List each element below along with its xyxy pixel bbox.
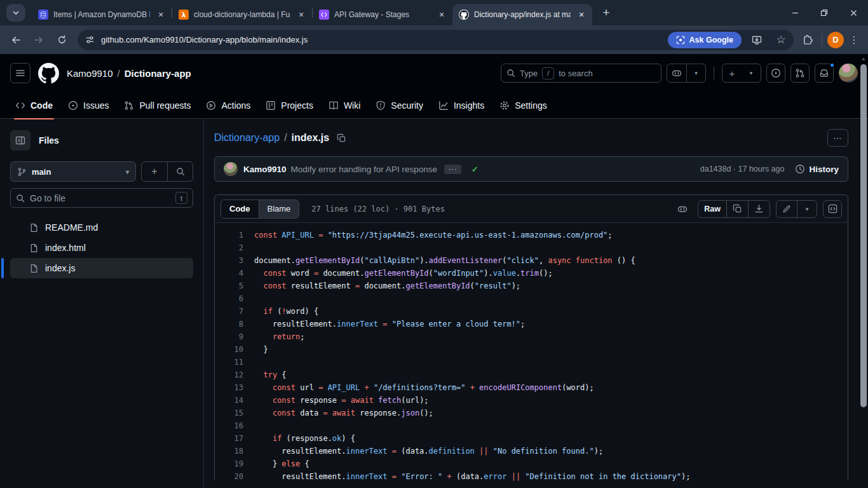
repo-tab-security[interactable]: Security	[368, 92, 431, 119]
line-number[interactable]: 6	[215, 292, 254, 305]
breadcrumb-user[interactable]: Kamo9910	[67, 68, 113, 79]
new-tab-button[interactable]: +	[597, 4, 615, 22]
symbols-panel-button[interactable]	[823, 200, 842, 218]
repo-tab-code[interactable]: Code	[8, 92, 60, 119]
breadcrumb-repo-link[interactable]: Dictionary-app	[214, 132, 280, 144]
line-number[interactable]: 11	[215, 356, 254, 369]
tab-close-button[interactable]: ✕	[155, 9, 166, 20]
ask-google-button[interactable]: Ask Google	[668, 32, 742, 48]
back-button[interactable]	[5, 29, 27, 51]
code-tab[interactable]: Code	[221, 200, 259, 218]
page-scrollbar[interactable]: ▲	[859, 54, 868, 488]
file-name: index.js	[45, 263, 75, 273]
browser-tab[interactable]: Items | Amazon DynamoDB Man✕	[32, 4, 172, 25]
repo-tab-projects[interactable]: Projects	[258, 92, 321, 119]
search-files-button[interactable]	[167, 162, 193, 181]
hamburger-menu-button[interactable]	[10, 63, 31, 83]
copy-path-icon[interactable]	[337, 133, 346, 143]
line-number[interactable]: 16	[215, 419, 254, 432]
commit-author[interactable]: Kamo9910	[243, 165, 287, 174]
commit-description-toggle[interactable]: ···	[444, 165, 461, 174]
line-number[interactable]: 14	[215, 394, 254, 407]
browser-profile-avatar[interactable]: D	[827, 32, 844, 48]
tab-close-button[interactable]: ✕	[295, 9, 307, 20]
repo-tab-issues[interactable]: Issues	[60, 92, 116, 119]
browser-tab[interactable]: λcloud-dictionary-lambda | Functi✕	[172, 4, 312, 25]
line-number[interactable]: 3	[215, 254, 254, 267]
install-icon[interactable]	[748, 31, 766, 49]
checks-status-icon[interactable]: ✓	[471, 165, 478, 174]
global-search-input[interactable]: Type / to search	[501, 64, 661, 83]
file-tree-item[interactable]: README.md	[10, 217, 193, 238]
file-more-options-button[interactable]: ⋯	[827, 129, 848, 147]
download-button[interactable]	[748, 201, 770, 217]
extensions-icon[interactable]	[799, 31, 817, 49]
line-number[interactable]: 1	[215, 229, 254, 241]
create-new-dropdown-button[interactable]: ▾	[742, 64, 761, 82]
line-number[interactable]: 18	[215, 445, 254, 458]
github-logo[interactable]	[38, 63, 59, 84]
repo-tab-actions[interactable]: Actions	[198, 92, 258, 119]
file-tree-item[interactable]: index.js	[10, 258, 193, 278]
file-tree-item[interactable]: index.html	[10, 238, 193, 258]
commit-author-avatar[interactable]	[224, 162, 238, 176]
restore-button[interactable]	[810, 0, 839, 25]
new-file-button[interactable]: +	[142, 162, 167, 181]
scrollbar-up-arrow[interactable]: ▲	[859, 54, 868, 63]
chrome-menu-icon[interactable]: ⋮	[845, 31, 863, 49]
line-number[interactable]: 17	[215, 432, 254, 445]
blame-tab[interactable]: Blame	[259, 200, 299, 218]
tab-search-button[interactable]	[6, 4, 25, 22]
line-number[interactable]: 2	[215, 241, 254, 254]
copilot-button[interactable]	[673, 200, 692, 218]
browser-tab[interactable]: Dictionary-app/index.js at main✕	[452, 4, 592, 25]
branch-selector[interactable]: main ▾	[10, 161, 136, 182]
notifications-inbox-button[interactable]	[815, 64, 834, 83]
line-number[interactable]: 10	[215, 343, 254, 356]
copilot-dropdown-button[interactable]: ▾	[686, 64, 705, 82]
line-number[interactable]: 4	[215, 267, 254, 280]
copilot-button[interactable]	[667, 64, 686, 82]
browser-tab[interactable]: API Gateway - Stages✕	[313, 4, 452, 25]
line-number[interactable]: 13	[215, 381, 254, 394]
repo-tab-wiki[interactable]: Wiki	[321, 92, 368, 119]
search-icon	[176, 167, 185, 176]
history-button[interactable]: History	[795, 164, 839, 174]
tab-close-button[interactable]: ✕	[576, 9, 587, 20]
close-window-button[interactable]	[839, 0, 868, 25]
collapse-sidebar-button[interactable]	[10, 130, 31, 151]
repo-tab-insights[interactable]: Insights	[431, 92, 492, 119]
line-number[interactable]: 12	[215, 369, 254, 381]
line-number[interactable]: 5	[215, 280, 254, 292]
commit-message[interactable]: Modify error handling for API response	[291, 165, 437, 174]
reload-button[interactable]	[51, 29, 72, 51]
create-new-button[interactable]: +	[722, 64, 742, 82]
copy-file-button[interactable]	[726, 201, 748, 217]
go-to-file-input[interactable]: Go to file t	[10, 188, 193, 208]
raw-button[interactable]: Raw	[698, 201, 726, 217]
your-issues-button[interactable]	[766, 64, 785, 83]
file-icon	[29, 223, 39, 233]
minimize-button[interactable]	[780, 0, 810, 25]
line-number[interactable]: 8	[215, 318, 254, 330]
scrollbar-thumb[interactable]	[860, 64, 867, 407]
edit-dropdown-button[interactable]: ▾	[797, 201, 817, 217]
line-number[interactable]: 15	[215, 407, 254, 419]
edit-file-button[interactable]	[776, 201, 797, 217]
github-user-avatar[interactable]	[839, 64, 858, 83]
commit-sha-and-time[interactable]: da1438d · 17 hours ago	[700, 165, 785, 173]
bookmark-star-icon[interactable]: ☆	[772, 31, 790, 49]
site-info-icon[interactable]	[85, 35, 95, 44]
repo-tab-pull-requests[interactable]: Pull requests	[116, 92, 198, 119]
line-number[interactable]: 19	[215, 458, 254, 470]
breadcrumb-repo[interactable]: Dictionary-app	[125, 68, 191, 79]
url-text[interactable]: github.com/Kamo9910/Dictionary-app/blob/…	[101, 35, 661, 44]
line-number[interactable]: 20	[215, 470, 254, 483]
line-number[interactable]: 9	[215, 330, 254, 343]
tab-close-button[interactable]: ✕	[436, 9, 447, 20]
your-pull-requests-button[interactable]	[790, 64, 810, 83]
address-bar[interactable]: github.com/Kamo9910/Dictionary-app/blob/…	[78, 30, 794, 50]
forward-button[interactable]	[28, 29, 50, 51]
line-number[interactable]: 7	[215, 305, 254, 318]
repo-tab-settings[interactable]: Settings	[492, 92, 555, 119]
